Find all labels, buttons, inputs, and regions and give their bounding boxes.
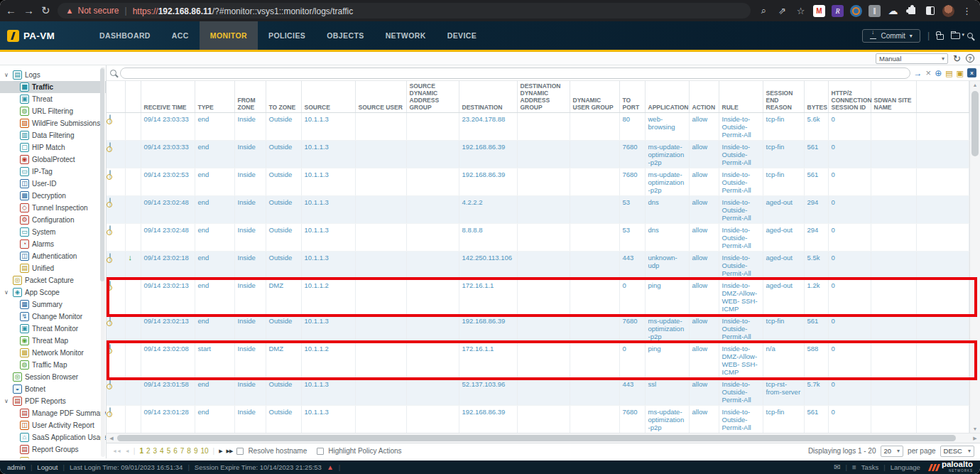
log-detail-icon[interactable]: [109, 253, 111, 262]
orbit-extension-icon[interactable]: [850, 5, 862, 17]
sidebar-item-change-monitor[interactable]: ↯Change Monitor: [0, 311, 106, 323]
sidebar-item-unified[interactable]: ▤Unified: [0, 262, 106, 274]
sidebar-item-pdf-reports[interactable]: ∨▤PDF Reports: [0, 395, 106, 407]
sidebar-item-logs[interactable]: ∨▤Logs: [0, 69, 106, 81]
language-link[interactable]: Language: [891, 463, 920, 471]
browser-back-icon[interactable]: ←: [6, 0, 16, 21]
sidebar-item-decryption[interactable]: ▩Decryption: [0, 190, 106, 202]
sidebar-item-url-filtering[interactable]: ◍URL Filtering: [0, 105, 106, 117]
load-filter-icon[interactable]: ▣: [957, 68, 964, 79]
page-number-4[interactable]: 4: [160, 447, 164, 455]
extensions-puzzle-icon[interactable]: [905, 5, 918, 17]
last-page-icon[interactable]: ▶▶: [227, 448, 233, 454]
tab-objects[interactable]: OBJECTS: [316, 21, 374, 50]
scroll-right-icon[interactable]: ▶: [970, 433, 980, 443]
log-detail-icon[interactable]: [109, 379, 111, 389]
sidebar-item-wildfire-submissions[interactable]: ▨WildFire Submissions: [0, 117, 106, 129]
page-number-10[interactable]: 10: [200, 447, 208, 455]
browser-refresh-icon[interactable]: ↻: [41, 0, 50, 21]
sidebar-item-session-browser[interactable]: ◎Session Browser: [0, 371, 106, 383]
column-header-http2[interactable]: HTTP/2 CONNECTION SESSION ID: [828, 81, 871, 113]
column-header-dug[interactable]: DYNAMIC USER GROUP: [570, 81, 619, 113]
log-row[interactable]: 09/14 23:03:33endInsideOutside10.1.1.319…: [107, 141, 969, 168]
sidebar-item-tunnel-inspection[interactable]: ◇Tunnel Inspection: [0, 202, 106, 214]
sidebar-item-data-filtering[interactable]: ▥Data Filtering: [0, 129, 106, 141]
share-icon[interactable]: ⇗: [776, 5, 788, 17]
browser-forward-icon[interactable]: →: [23, 0, 34, 21]
sidebar-item-traffic[interactable]: ▦Traffic: [0, 81, 106, 93]
sidebar-item-packet-capture[interactable]: ◎Packet Capture: [0, 274, 106, 286]
log-detail-icon[interactable]: [109, 198, 111, 207]
column-header-action[interactable]: ACTION: [689, 81, 719, 113]
sidebar-item-summary[interactable]: ▦Summary: [0, 298, 106, 311]
page-number-3[interactable]: 3: [153, 447, 158, 455]
weather-extension-icon[interactable]: ☁2: [887, 5, 899, 17]
export-logs-icon[interactable]: x: [967, 68, 976, 77]
scroll-left-icon[interactable]: ◀: [107, 433, 116, 443]
sidebar-item-manage-pdf-summary[interactable]: ▤Manage PDF Summary: [0, 407, 106, 419]
scroll-down-icon[interactable]: ▼: [970, 426, 980, 431]
browser-menu-icon[interactable]: ⋮: [961, 5, 973, 17]
page-number-7[interactable]: 7: [180, 447, 185, 455]
log-row[interactable]: 09/14 23:02:53endInsideOutside10.1.1.319…: [107, 168, 969, 196]
column-header-from_zone[interactable]: FROM ZONE: [234, 81, 266, 113]
log-detail-icon[interactable]: [109, 225, 111, 235]
log-detail-icon[interactable]: [109, 281, 111, 290]
log-row[interactable]: 09/14 23:02:48endInsideOutside10.1.1.38.…: [107, 224, 969, 252]
column-header-source[interactable]: SOURCE: [301, 81, 355, 113]
page-number-2[interactable]: 2: [146, 447, 151, 455]
sidebar-item-network-monitor[interactable]: ▩Network Monitor: [0, 347, 106, 359]
sidebar-item-user-activity-report[interactable]: ◫User Activity Report: [0, 419, 106, 431]
log-row[interactable]: 09/14 23:03:33endInsideOutside10.1.1.323…: [107, 113, 969, 141]
column-header-dst_dag[interactable]: DESTINATION DYNAMIC ADDRESS GROUP: [517, 81, 570, 113]
next-page-icon[interactable]: ▶: [219, 448, 222, 454]
clear-filter-icon[interactable]: ×: [926, 68, 932, 79]
tab-network[interactable]: NETWORK: [375, 21, 437, 50]
tab-device[interactable]: DEVICE: [437, 21, 488, 50]
page-number-1[interactable]: 1: [139, 447, 143, 455]
sidebar-item-threat-map[interactable]: ◉Threat Map: [0, 335, 106, 347]
column-header-destination[interactable]: DESTINATION: [459, 81, 517, 113]
sidebar-item-botnet[interactable]: ◒Botnet: [0, 383, 106, 395]
address-bar[interactable]: ▲ Not secure | https://192.168.86.11/?#m…: [58, 3, 751, 18]
column-header-sdwan[interactable]: SDWAN SITE NAME: [871, 81, 916, 113]
page-number-5[interactable]: 5: [167, 447, 171, 455]
scroll-up-icon[interactable]: ▲: [970, 82, 980, 87]
sidebar-item-app-scope[interactable]: ∨◈App Scope: [0, 286, 106, 298]
highlight-policy-checkbox[interactable]: [317, 448, 324, 455]
profile-avatar[interactable]: [942, 5, 954, 17]
log-row[interactable]: 09/14 23:02:48endInsideOutside10.1.1.34.…: [107, 196, 969, 224]
add-filter-icon[interactable]: ⊕: [935, 68, 942, 79]
log-row[interactable]: 09/14 23:01:28endInsideOutside10.1.1.319…: [107, 406, 969, 433]
collapse-caret-icon[interactable]: ∨: [3, 289, 10, 296]
refresh-logs-icon[interactable]: ↻: [953, 54, 961, 63]
bookmark-star-icon[interactable]: ☆: [795, 5, 807, 17]
horizontal-scrollbar-thumb[interactable]: [117, 435, 956, 441]
sidebar-item-configuration[interactable]: ⚙Configuration: [0, 214, 106, 226]
collapse-caret-icon[interactable]: ∨: [3, 72, 10, 78]
first-page-icon[interactable]: ◄◄: [112, 448, 121, 453]
log-row[interactable]: 09/14 23:02:13endInsideOutside10.1.1.319…: [107, 315, 969, 343]
log-row[interactable]: ↓09/14 23:02:18endInsideOutside10.1.1.31…: [107, 252, 969, 279]
collapse-caret-icon[interactable]: ∨: [3, 398, 10, 404]
messages-envelope-icon[interactable]: ✉: [834, 463, 840, 472]
sidebar-item-report-groups[interactable]: ▤Report Groups: [0, 443, 106, 456]
resolve-hostname-checkbox[interactable]: [236, 448, 244, 455]
column-header-src_dag[interactable]: SOURCE DYNAMIC ADDRESS GROUP: [406, 81, 459, 113]
sidebar-item-alarms[interactable]: ◔Alarms: [0, 238, 106, 250]
tasks-link[interactable]: Tasks: [861, 463, 878, 471]
page-number-8[interactable]: 8: [187, 447, 191, 455]
column-header-application[interactable]: APPLICATION: [645, 81, 689, 113]
log-detail-icon[interactable]: [109, 142, 111, 151]
zoom-icon[interactable]: ⌕: [758, 5, 770, 17]
log-row[interactable]: 09/14 23:02:08startInsideDMZ10.1.1.2172.…: [107, 343, 969, 378]
page-number-6[interactable]: 6: [173, 447, 178, 455]
sidebar-item-ip-tag[interactable]: ▭IP-Tag: [0, 166, 106, 178]
sidebar-item-threat[interactable]: ▣Threat: [0, 93, 106, 105]
column-header-to_zone[interactable]: TO ZONE: [266, 81, 301, 113]
prev-page-icon[interactable]: ◄: [125, 448, 129, 453]
logout-link[interactable]: Logout: [37, 463, 58, 471]
column-header-rule[interactable]: RULE: [719, 81, 763, 113]
log-row[interactable]: 09/14 23:01:58endInsideOutside10.1.1.352…: [107, 378, 969, 406]
column-header-to_port[interactable]: TO PORT: [619, 81, 645, 113]
